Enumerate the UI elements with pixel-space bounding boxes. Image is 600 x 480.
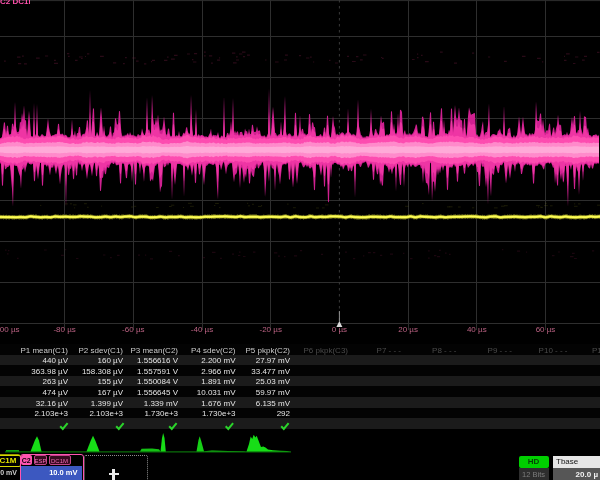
svg-text:-40 µs: -40 µs — [191, 325, 213, 334]
svg-text:20 µs: 20 µs — [398, 325, 418, 334]
svg-text:60 µs: 60 µs — [536, 325, 556, 334]
svg-text:40 µs: 40 µs — [467, 325, 487, 334]
svg-text:-60 µs: -60 µs — [122, 325, 144, 334]
svg-text:0 µs: 0 µs — [332, 325, 347, 334]
svg-text:-20 µs: -20 µs — [259, 325, 281, 334]
svg-text:-80 µs: -80 µs — [53, 325, 75, 334]
svg-text:-100 µs: -100 µs — [0, 325, 20, 334]
